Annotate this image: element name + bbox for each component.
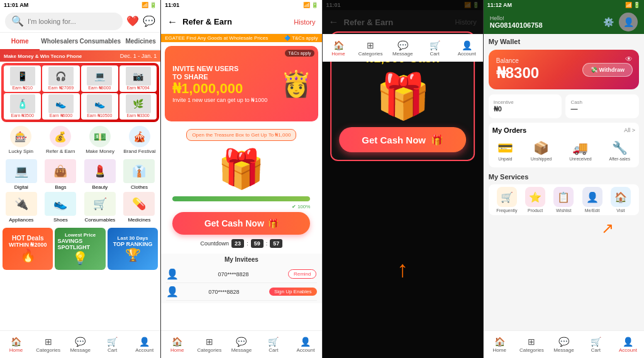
bottom-nav-2-account[interactable]: 👤 Account	[289, 331, 321, 358]
bottom-nav-categories[interactable]: ⊞ Categories	[32, 331, 64, 358]
service-brand-festival[interactable]: 🎪 Brand Festival	[121, 126, 158, 154]
cat-digital[interactable]: 💻 Digital	[3, 159, 40, 190]
order-unshipped[interactable]: 📦 Unshipped	[531, 140, 552, 161]
bottom-nav-2-message[interactable]: 💬 Message	[225, 331, 257, 358]
bottom-nav-home[interactable]: 🏠 Home	[0, 331, 32, 358]
progress-bar-fill	[172, 196, 310, 201]
remind-button-0[interactable]: Remind	[288, 269, 317, 279]
cat-bags-icon: 👜	[45, 159, 76, 183]
promo-title: Make Money & Win Tecno Phone	[4, 53, 82, 59]
register-button-1[interactable]: Sign Up Enables	[269, 288, 317, 296]
brand-festival-icon: 🎪	[129, 126, 150, 147]
product-6[interactable]: 👟 Earn ₦10500	[81, 93, 118, 120]
service-make-money[interactable]: 💵 Make Money	[82, 126, 119, 154]
order-unreceived[interactable]: 🚚 Unreceived	[569, 140, 591, 161]
heart-icon[interactable]: ❤️	[126, 15, 139, 27]
bottom-nav-3-account[interactable]: 👤 Account	[451, 35, 483, 62]
service-wishlist[interactable]: 📋 Wishlist	[550, 187, 577, 213]
service-visit[interactable]: 🏠 Visit	[608, 187, 634, 213]
cat-consumables[interactable]: 🛒 Consumables	[81, 192, 119, 223]
product-4[interactable]: 🧴 Earn ₦3500	[4, 93, 41, 120]
refer-header-title: Refer & Earn	[182, 17, 289, 26]
service-me[interactable]: 👤 Me/Edit	[579, 187, 606, 213]
withdraw-button[interactable]: 💸 Withdraw	[582, 63, 633, 77]
congrats-treasure-box: 🎁	[375, 70, 430, 122]
cat-consumables-icon: 🛒	[84, 192, 116, 216]
cat-appliances[interactable]: 🔌 Appliances	[3, 192, 40, 223]
bottom-nav-3-categories[interactable]: ⊞ Categories	[355, 35, 387, 62]
cat-bags-label: Bags	[55, 184, 66, 190]
bottom-nav-3-message[interactable]: 💬 Message	[387, 35, 419, 62]
product-7[interactable]: 🌿 Earn ₦3300	[119, 93, 157, 120]
product-5[interactable]: 👟 Earn ₦6000	[42, 93, 79, 120]
service-product[interactable]: ⭐ Product	[522, 187, 548, 213]
product-2[interactable]: 💻 Earn ₦8000	[81, 65, 118, 92]
all-link[interactable]: All >	[624, 127, 635, 133]
bottom-nav-4-categories[interactable]: ⊞ Categories	[516, 331, 548, 358]
product-3[interactable]: 📷 Earn ₦7094	[119, 65, 157, 92]
deal-hot[interactable]: HOT Deals WITHIN ₦2000 🔥	[3, 228, 53, 270]
service-lucky-spin[interactable]: 🎰 Lucky Spin	[3, 126, 40, 154]
treasure-box[interactable]: 🎁	[210, 143, 273, 194]
get-cash-big-label: Get Cash Now	[362, 135, 426, 145]
cat-clothes[interactable]: 👔 Clothes	[121, 159, 158, 190]
bottom-nav-account[interactable]: 👤 Account	[128, 331, 160, 358]
cash-label: Cash	[570, 99, 634, 105]
tab-home[interactable]: Home	[0, 33, 40, 50]
services-grid: 🛒 Frequently ⭐ Product 📋 Wishlist 👤 Me/E…	[489, 184, 639, 215]
bottom-nav-2-categories[interactable]: ⊞ Categories	[193, 331, 225, 358]
bottom-nav-4-home[interactable]: 🏠 Home	[484, 331, 516, 358]
wallet-header-icons: ⚙️ 👤	[603, 13, 638, 31]
tab-medicines[interactable]: Medicines	[121, 33, 160, 50]
cat-bags[interactable]: 👜 Bags	[42, 159, 80, 190]
status-icons-2: 📶 🔋	[303, 2, 318, 8]
cart-icon-4: 🛒	[591, 337, 601, 347]
search-bar[interactable]: 🔍	[5, 13, 123, 30]
cat-beauty[interactable]: 💄 Beauty	[81, 159, 119, 190]
aftersales-icon: 🔧	[612, 140, 628, 155]
tab-consumables[interactable]: Consumables	[79, 33, 121, 50]
frequently-label: Frequently	[496, 208, 517, 213]
bottom-nav-cart[interactable]: 🛒 Cart	[96, 331, 128, 358]
order-unpaid[interactable]: 💳 Unpaid	[497, 140, 513, 161]
get-cash-label: Get Cash Now	[204, 218, 264, 228]
deal-savings[interactable]: Lowest Price SAVINGS SPOTLIGHT 💡	[55, 228, 105, 270]
bottom-nav-4-message[interactable]: 💬 Message	[548, 331, 580, 358]
bottom-nav-4-account-label: Account	[619, 347, 637, 353]
product-0[interactable]: 📱 Earn ₦210	[4, 65, 41, 92]
history-link[interactable]: History	[294, 18, 315, 26]
settings-icon[interactable]: ⚙️	[603, 17, 614, 27]
cat-shoes[interactable]: 👟 Shoes	[42, 192, 80, 223]
bottom-nav-4-account[interactable]: 👤 Account	[612, 331, 644, 358]
status-icons-1: 📶 🔋	[142, 2, 157, 8]
search-input[interactable]	[28, 18, 116, 25]
back-arrow-icon[interactable]: ←	[167, 16, 177, 28]
deal-ranking[interactable]: Last 30 Days TOP RANKING 🏆	[108, 228, 158, 270]
bottom-nav-3-cart[interactable]: 🛒 Cart	[419, 35, 451, 62]
message-icon[interactable]: 💬	[143, 15, 155, 27]
order-aftersales[interactable]: 🔧 After-sales	[609, 140, 630, 161]
service-frequently[interactable]: 🛒 Frequently	[494, 187, 520, 213]
get-cash-button[interactable]: Get Cash Now 🎁	[172, 212, 310, 235]
service-refer-earn[interactable]: 💰 Refer & Earn	[42, 126, 79, 154]
countdown-row: Countdown 23 : 59 : 57	[201, 239, 283, 248]
product-1[interactable]: 🎧 Earn ₦27069	[42, 65, 79, 92]
product-price-1: Earn ₦27069	[48, 86, 74, 91]
get-cash-button-big[interactable]: Get Cash Now 🎁	[339, 127, 466, 152]
bottom-nav-3-home-label: Home	[331, 51, 345, 57]
bottom-nav-message[interactable]: 💬 Message	[64, 331, 96, 358]
cat-shoes-icon: 👟	[45, 192, 76, 216]
bottom-nav-4-cart[interactable]: 🛒 Cart	[580, 331, 612, 358]
incentive-card: Incentive ₦0	[489, 94, 562, 118]
cat-medicines[interactable]: 💊 Medicines	[121, 192, 158, 223]
countdown-seconds: 57	[270, 239, 282, 248]
wallet-phone: NG08140106758	[490, 21, 543, 29]
tab-wholesalers[interactable]: Wholesalers	[40, 33, 79, 50]
bottom-nav-2-cart-label: Cart	[269, 347, 278, 353]
bottom-nav-2-cart[interactable]: 🛒 Cart	[257, 331, 289, 358]
bottom-nav-3-home[interactable]: 🏠 Home	[323, 35, 355, 62]
bottom-nav-2-home[interactable]: 🏠 Home	[161, 331, 193, 358]
make-money-icon: 💵	[89, 126, 111, 147]
cat-beauty-label: Beauty	[92, 184, 108, 190]
avatar[interactable]: 👤	[619, 13, 638, 31]
